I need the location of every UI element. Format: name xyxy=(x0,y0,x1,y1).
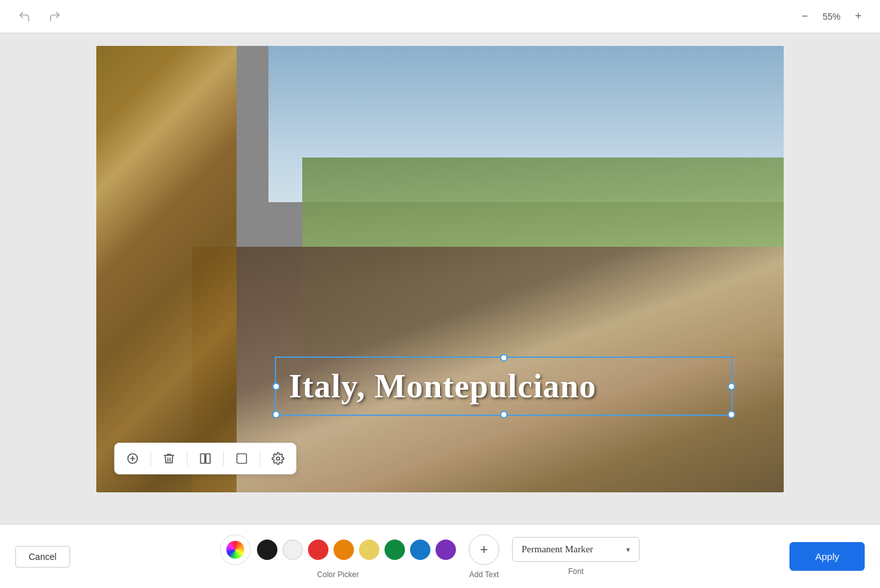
text-selection-box[interactable]: Italy, Montepulciano xyxy=(275,356,733,416)
color-picker-group: Color Picker xyxy=(220,534,456,579)
color-swatch-black[interactable] xyxy=(257,540,277,560)
toolbar-divider-4 xyxy=(260,451,260,466)
bottom-bar: Cancel xyxy=(0,524,880,588)
add-circle-icon xyxy=(126,452,139,465)
toolbar-divider-2 xyxy=(187,451,187,466)
undo-button[interactable] xyxy=(13,5,36,28)
selection-handle-top[interactable] xyxy=(500,354,508,362)
color-picker-label: Color Picker xyxy=(317,570,358,579)
canvas-area: Italy, Montepulciano xyxy=(0,33,880,524)
chevron-down-icon: ▾ xyxy=(626,545,630,554)
cancel-button[interactable]: Cancel xyxy=(15,546,70,568)
float-toolbar xyxy=(114,443,297,474)
selection-handle-bottom-right[interactable] xyxy=(728,411,735,418)
zoom-in-button[interactable]: + xyxy=(849,8,867,26)
split-view-button[interactable] xyxy=(195,448,216,469)
toolbar-divider-1 xyxy=(150,451,151,466)
color-swatch-blue[interactable] xyxy=(410,540,430,560)
color-swatches xyxy=(257,540,456,560)
zoom-controls: − 55% + xyxy=(796,8,867,26)
split-icon xyxy=(199,452,212,465)
svg-point-6 xyxy=(277,457,280,460)
color-picker-button[interactable] xyxy=(220,534,251,565)
zoom-level-display: 55% xyxy=(819,11,844,22)
selection-icon xyxy=(235,452,248,465)
color-wheel-icon xyxy=(226,541,244,559)
selection-handle-bottom-center[interactable] xyxy=(500,411,508,418)
color-swatch-green[interactable] xyxy=(385,540,405,560)
overlay-text[interactable]: Italy, Montepulciano xyxy=(289,367,596,405)
selection-handle-bottom-left[interactable] xyxy=(272,411,280,418)
color-swatch-orange[interactable] xyxy=(334,540,354,560)
settings-icon xyxy=(272,452,284,465)
selection-tool-button[interactable] xyxy=(231,448,252,469)
zoom-out-button[interactable]: − xyxy=(796,8,814,26)
settings-button[interactable] xyxy=(268,448,288,469)
history-controls xyxy=(13,5,66,28)
photo-stone-wall xyxy=(96,46,237,492)
font-label: Font xyxy=(568,567,583,576)
toolbar-divider-3 xyxy=(223,451,224,466)
font-selector[interactable]: Permanent Marker ▾ xyxy=(512,537,640,562)
add-element-button[interactable] xyxy=(122,448,143,469)
top-toolbar: − 55% + xyxy=(0,0,880,33)
add-text-button[interactable]: + xyxy=(469,534,499,565)
add-text-label: Add Text xyxy=(469,570,499,579)
redo-button[interactable] xyxy=(43,5,66,28)
font-section: Permanent Marker ▾ Font xyxy=(512,537,640,576)
bottom-left: Cancel xyxy=(15,546,70,568)
svg-rect-4 xyxy=(206,454,210,464)
plus-icon: + xyxy=(480,541,488,558)
image-canvas[interactable]: Italy, Montepulciano xyxy=(96,46,784,492)
bottom-right: Apply xyxy=(789,542,865,571)
svg-rect-3 xyxy=(201,454,205,464)
selection-handle-left[interactable] xyxy=(272,383,280,390)
font-name-display: Permanent Marker xyxy=(522,544,620,555)
color-swatch-white[interactable] xyxy=(282,540,303,560)
apply-button[interactable]: Apply xyxy=(789,542,865,571)
redo-icon xyxy=(48,10,61,23)
selection-handle-right[interactable] xyxy=(728,383,735,390)
delete-element-button[interactable] xyxy=(159,448,179,469)
color-swatch-purple[interactable] xyxy=(436,540,456,560)
bottom-center-controls: Color Picker + Add Text Permanent Marker… xyxy=(220,534,640,579)
undo-icon xyxy=(18,10,31,23)
add-text-section: + Add Text xyxy=(469,534,499,579)
color-swatch-red[interactable] xyxy=(308,540,328,560)
trash-icon xyxy=(163,452,175,465)
svg-rect-5 xyxy=(237,454,247,464)
color-swatch-yellow[interactable] xyxy=(359,540,379,560)
